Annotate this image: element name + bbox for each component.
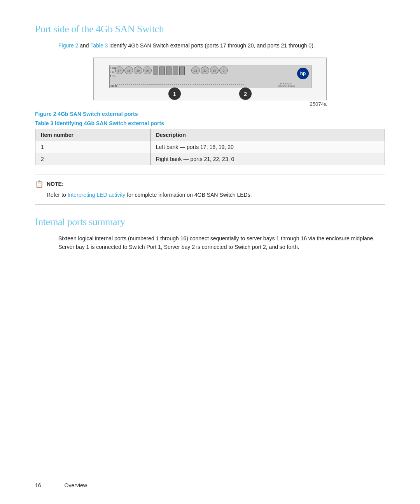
note-text-part2: for complete information on 4GB SAN Swit…	[125, 192, 252, 198]
external-ports-table: Item number Description 1Left bank — por…	[35, 129, 385, 165]
dashed-line-right	[193, 84, 244, 85]
port-23: 23	[210, 66, 219, 74]
slot-4	[173, 66, 178, 75]
reset-label: Reset	[110, 84, 117, 87]
slot-1	[153, 66, 158, 75]
ports-right-group: 21 22 23 0	[191, 66, 228, 74]
port-17: 17	[115, 66, 124, 74]
footer-section: Overview	[65, 482, 87, 488]
table-header-item: Item number	[35, 129, 150, 141]
figure-caption: Figure 2 4Gb SAN Switch external ports	[35, 111, 385, 117]
page-footer: 16 Overview	[35, 482, 385, 488]
table-caption: Table 3 Identifying 4Gb SAN Switch exter…	[35, 120, 385, 126]
dashed-line-left	[115, 84, 191, 85]
table-cell-desc-1: Left bank — ports 17, 18, 19, 20	[150, 141, 385, 153]
slot-3	[166, 66, 172, 75]
section2-heading: Internal ports summary	[35, 216, 385, 228]
figure-id: 25074a	[93, 101, 327, 107]
note-box: 📋 NOTE: Refer to Interpreting LED activi…	[35, 175, 385, 204]
table-header-desc: Description	[150, 129, 385, 141]
ports-left-group: 17 18 19 20	[115, 66, 152, 74]
port-18: 18	[124, 66, 133, 74]
slot-group	[152, 66, 185, 75]
switch-diagram: 17 18 19 20 21 22 23	[93, 58, 327, 100]
table3-link[interactable]: Table 3	[90, 42, 108, 49]
note-label: NOTE:	[47, 181, 64, 187]
port-22: 22	[201, 66, 209, 74]
brocade-label: BROCADE 4Gb SAN Switch	[277, 82, 295, 87]
note-text: Refer to Interpreting LED activity for c…	[47, 191, 385, 199]
port-0: 0	[219, 66, 228, 74]
note-icon: 📋	[35, 180, 44, 188]
section1-intro: Figure 2 and Table 3 identify 4Gb SAN Sw…	[58, 41, 385, 50]
figure-container: 17 18 19 20 21 22 23	[35, 58, 385, 107]
page: Port side of the 4Gb SAN Switch Figure 2…	[0, 0, 420, 504]
note-text-part1: Refer to	[47, 192, 68, 198]
table-cell-desc-2: Right bank — ports 21, 22, 23, 0	[150, 153, 385, 165]
port-21: 21	[191, 66, 200, 74]
section2-body: Sixteen logical internal ports (numbered…	[58, 234, 385, 252]
left-panel-labels: ○ UD ○ ⊟ ● ○△	[110, 66, 116, 77]
figure2-link[interactable]: Figure 2	[58, 42, 78, 49]
note-header: 📋 NOTE:	[35, 180, 385, 188]
hp-logo: hp	[297, 68, 309, 79]
page-number: 16	[35, 482, 41, 488]
table-cell-item-1: 1	[35, 141, 150, 153]
callout-1: 1	[168, 88, 181, 100]
switch-body: 17 18 19 20 21 22 23	[109, 65, 312, 88]
port-19: 19	[134, 66, 142, 74]
section1-heading: Port side of the 4Gb SAN Switch	[35, 23, 385, 35]
port-20: 20	[143, 66, 152, 74]
callout-2: 2	[239, 88, 252, 100]
slot-5	[179, 66, 185, 75]
table-cell-item-2: 2	[35, 153, 150, 165]
slot-2	[159, 66, 165, 75]
callout-row: 1 2	[94, 88, 326, 100]
led-activity-link[interactable]: Interpreting LED activity	[68, 192, 126, 198]
